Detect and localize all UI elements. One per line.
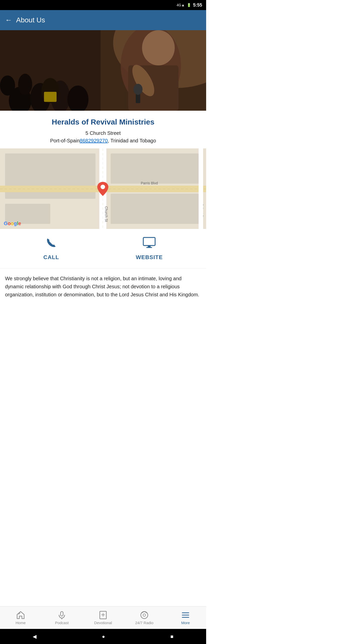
svg-point-8 — [142, 30, 175, 65]
website-button[interactable]: WEBSITE — [136, 236, 163, 261]
website-label: WEBSITE — [136, 254, 163, 261]
svg-text:Church St: Church St — [104, 206, 108, 222]
svg-rect-34 — [146, 247, 152, 248]
svg-text:Parris Blvd: Parris Blvd — [141, 181, 158, 185]
action-buttons: CALL WEBSITE — [0, 229, 206, 268]
monitor-icon — [142, 236, 156, 252]
ministry-name: Heralds of Revival Ministries — [5, 118, 201, 126]
description-section: We strongly believe that Christianity is… — [0, 268, 206, 305]
call-label: CALL — [43, 254, 59, 261]
svg-text:Google: Google — [4, 221, 21, 226]
page-title: About Us — [16, 16, 45, 24]
svg-point-12 — [133, 84, 143, 95]
address-line1: 5 Church Street — [85, 130, 121, 136]
svg-rect-33 — [148, 246, 151, 247]
svg-rect-20 — [111, 153, 201, 184]
description-text: We strongly believe that Christianity is… — [5, 274, 201, 299]
svg-rect-21 — [111, 194, 201, 224]
ministry-info: Heralds of Revival Ministries 5 Church S… — [0, 111, 206, 148]
svg-rect-32 — [143, 237, 155, 246]
address-country: , Trinidad and Tobago — [108, 138, 156, 143]
map-container[interactable]: Parris Blvd Church St Sylbert St Google — [0, 148, 206, 229]
app-header: ← About Us — [0, 10, 206, 30]
svg-rect-29 — [199, 148, 203, 229]
battery-icon: 🔋 — [187, 3, 191, 7]
address-city: Port-of-Spain — [50, 138, 80, 143]
phone-icon — [45, 236, 58, 252]
svg-point-13 — [0, 75, 15, 96]
ministry-address: 5 Church Street Port-of-Spain8682929270,… — [5, 129, 201, 144]
status-bar: 4G▲ 🔋 5:55 — [0, 0, 206, 10]
hero-image — [0, 30, 206, 111]
signal-icon: 4G▲ — [176, 3, 185, 7]
svg-point-30 — [101, 185, 105, 189]
call-button[interactable]: CALL — [43, 236, 59, 261]
ministry-phone[interactable]: 8682929270 — [80, 138, 108, 143]
back-button[interactable]: ← — [5, 16, 12, 24]
svg-point-14 — [18, 74, 32, 95]
svg-rect-16 — [44, 92, 57, 102]
clock: 5:55 — [193, 3, 202, 8]
